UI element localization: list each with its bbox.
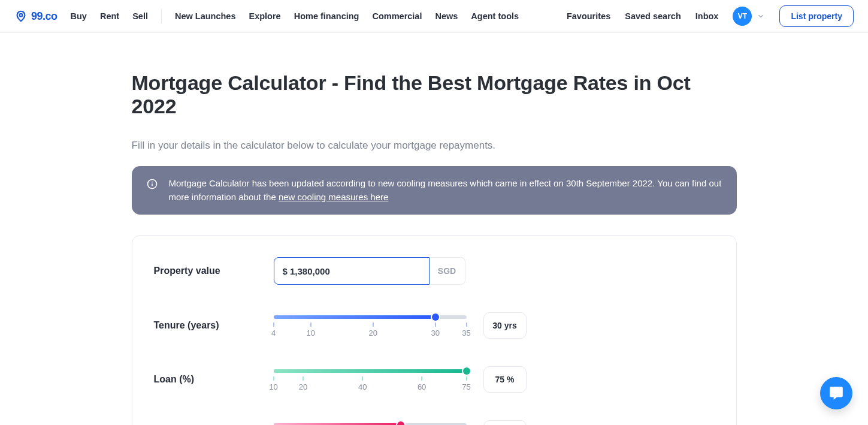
nav-separator	[161, 9, 162, 23]
tenure-slider[interactable]: 410203035	[274, 315, 467, 336]
nav-right: Favourites Saved search Inbox VT List pr…	[567, 5, 854, 27]
info-icon	[146, 178, 158, 190]
page-title: Mortgage Calculator - Find the Best Mort…	[132, 71, 737, 118]
nav-inbox[interactable]: Inbox	[695, 11, 719, 21]
slider-tick	[310, 322, 311, 327]
nav-rent[interactable]: Rent	[100, 11, 119, 21]
cooling-measures-link[interactable]: new cooling measures here	[279, 192, 388, 202]
brand-text: 99.co	[31, 10, 58, 23]
page-container: Mortgage Calculator - Find the Best Mort…	[132, 33, 737, 425]
tenure-controls: 410203035 30 yrs	[274, 312, 715, 339]
top-nav: 99.co Buy Rent Sell New Launches Explore…	[0, 0, 868, 33]
notice-body: Mortgage Calculator has been updated acc…	[169, 178, 722, 202]
cooling-measures-notice: Mortgage Calculator has been updated acc…	[132, 166, 737, 215]
row-property-value: Property value SGD	[154, 257, 715, 285]
nav-saved-search[interactable]: Saved search	[625, 11, 681, 21]
loan-thumb[interactable]	[463, 367, 470, 375]
loan-output[interactable]: 75 %	[483, 366, 527, 393]
list-property-button[interactable]: List property	[779, 5, 854, 27]
currency-badge: SGD	[430, 257, 465, 285]
nav-left: 99.co Buy Rent Sell New Launches Explore…	[14, 9, 519, 23]
calculator-card: Property value SGD Tenure (years) 410203…	[132, 235, 737, 425]
loan-fill	[274, 369, 467, 373]
slider-tick	[362, 376, 363, 381]
tenure-thumb[interactable]	[432, 314, 439, 321]
brand-logo[interactable]: 99.co	[14, 10, 58, 23]
page-subtitle: Fill in your details in the calculator b…	[132, 140, 737, 152]
rate-thumb[interactable]	[397, 421, 404, 425]
slider-tick-label: 40	[358, 382, 367, 391]
nav-buy[interactable]: Buy	[71, 11, 87, 21]
chat-fab[interactable]	[820, 377, 852, 409]
slider-tick	[435, 322, 435, 327]
nav-sell[interactable]: Sell	[132, 11, 148, 21]
tenure-label: Tenure (years)	[154, 320, 256, 331]
tenure-output[interactable]: 30 yrs	[483, 312, 527, 339]
nav-favourites[interactable]: Favourites	[567, 11, 610, 21]
tenure-ticks: 410203035	[274, 322, 467, 336]
nav-agent-tools[interactable]: Agent tools	[471, 11, 519, 21]
slider-tick-label: 20	[368, 328, 377, 337]
slider-tick-label: 10	[269, 382, 277, 391]
loan-slider[interactable]: 1020406075	[274, 369, 467, 390]
rate-output[interactable]: 4 %	[483, 420, 527, 425]
tenure-track	[274, 315, 467, 319]
tenure-fill	[274, 315, 435, 319]
row-interest-rate: Interest rate (%) 0.10.5123456 4 %	[154, 420, 715, 425]
nav-news[interactable]: News	[435, 11, 458, 21]
property-value-input[interactable]	[274, 257, 430, 285]
slider-tick-label: 35	[462, 328, 470, 337]
notice-text: Mortgage Calculator has been updated acc…	[169, 177, 722, 204]
nav-new-launches[interactable]: New Launches	[175, 11, 236, 21]
slider-tick	[373, 322, 373, 327]
slider-tick-label: 10	[307, 328, 315, 337]
slider-tick	[273, 376, 274, 381]
nav-explore[interactable]: Explore	[249, 11, 281, 21]
nav-commercial[interactable]: Commercial	[372, 11, 422, 21]
nav-home-financing[interactable]: Home financing	[294, 11, 359, 21]
chat-icon	[828, 385, 844, 401]
svg-point-3	[152, 182, 153, 183]
row-tenure: Tenure (years) 410203035 30 yrs	[154, 312, 715, 339]
avatar: VT	[733, 7, 752, 26]
slider-tick	[466, 376, 467, 381]
slider-tick-label: 60	[418, 382, 426, 391]
loan-ticks: 1020406075	[274, 376, 467, 390]
loan-controls: 1020406075 75 %	[274, 366, 715, 393]
rate-controls: 0.10.5123456 4 %	[274, 420, 715, 425]
user-menu[interactable]: VT	[733, 7, 765, 26]
slider-tick-label: 75	[462, 382, 470, 391]
loan-track	[274, 369, 467, 373]
property-value-label: Property value	[154, 266, 256, 276]
slider-tick	[273, 322, 274, 327]
slider-tick	[303, 376, 304, 381]
row-loan: Loan (%) 1020406075 75 %	[154, 366, 715, 393]
slider-tick	[466, 322, 467, 327]
chevron-down-icon	[757, 12, 765, 20]
slider-tick-label: 30	[431, 328, 439, 337]
pin-icon	[14, 10, 28, 23]
slider-tick	[422, 376, 422, 381]
loan-label: Loan (%)	[154, 374, 256, 385]
property-value-controls: SGD	[274, 257, 715, 285]
svg-point-0	[20, 14, 23, 17]
slider-tick-label: 4	[271, 328, 276, 337]
property-value-input-group: SGD	[274, 257, 465, 285]
slider-tick-label: 20	[299, 382, 307, 391]
